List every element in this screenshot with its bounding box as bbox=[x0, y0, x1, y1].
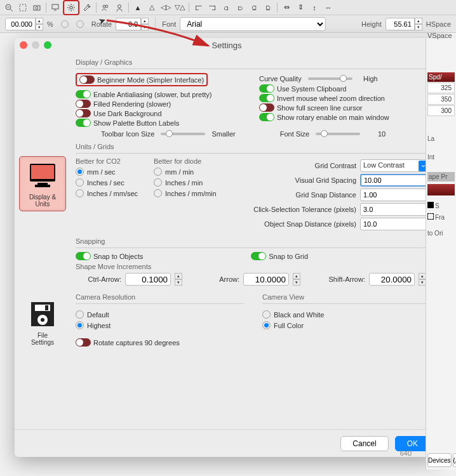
monitor-icon bbox=[25, 160, 60, 192]
mirror-h-icon[interactable]: ◁▷ bbox=[159, 2, 172, 13]
camera-fullcolor-radio[interactable]: Full Color bbox=[262, 321, 430, 329]
shift-arrow-input[interactable] bbox=[369, 273, 415, 286]
rotate-stepper[interactable]: ▴▾ bbox=[116, 18, 149, 30]
inches-sec-radio[interactable]: Inches / sec bbox=[76, 178, 149, 187]
obj-snap-input[interactable] bbox=[360, 218, 430, 230]
inches-mmsec-radio[interactable]: Inches / mm/sec bbox=[76, 189, 149, 197]
val-2: 350 bbox=[427, 94, 455, 105]
gear-icon[interactable] bbox=[65, 2, 77, 13]
snap-dist-input[interactable] bbox=[360, 188, 430, 201]
svg-point-19 bbox=[118, 4, 121, 8]
snap-dist-label: Grid Snap Distance bbox=[296, 191, 356, 199]
auto-button[interactable]: (Auto) bbox=[453, 453, 456, 467]
camera-default-radio[interactable]: Default bbox=[76, 310, 243, 319]
palette-labels-toggle[interactable] bbox=[76, 119, 91, 127]
settings-sidebar: Display & Units File Settings bbox=[15, 52, 70, 429]
flip-v-icon[interactable]: △ bbox=[145, 2, 158, 13]
antialias-toggle[interactable] bbox=[76, 90, 91, 98]
fullscreen-cursor-toggle[interactable] bbox=[259, 103, 274, 112]
invert-wheel-toggle[interactable] bbox=[259, 94, 274, 102]
align-right-icon[interactable]: ⫏ bbox=[220, 2, 232, 13]
dist-h-icon[interactable]: ⇔ bbox=[280, 2, 293, 13]
svg-line-15 bbox=[69, 9, 69, 10]
dialog-title: Settings bbox=[212, 41, 242, 50]
beginner-mode-toggle[interactable] bbox=[79, 76, 95, 84]
camera-bw-radio[interactable]: Black and White bbox=[262, 310, 430, 319]
monitor-icon[interactable] bbox=[49, 2, 62, 13]
rotate-90-toggle[interactable] bbox=[76, 338, 91, 347]
font-size-value: 10 bbox=[366, 130, 386, 138]
align-center-icon[interactable]: ⫎ bbox=[206, 2, 218, 13]
svg-line-1 bbox=[10, 9, 13, 11]
devices-button[interactable]: Devices bbox=[427, 453, 452, 467]
rotary-enable-toggle[interactable] bbox=[259, 113, 274, 121]
ctrl-arrow-input[interactable] bbox=[125, 273, 171, 286]
zoom-out-icon[interactable] bbox=[3, 2, 15, 13]
align-top-icon[interactable]: ⫐ bbox=[234, 2, 246, 13]
svg-rect-21 bbox=[31, 165, 54, 179]
grid-contrast-select[interactable]: Low Contrast bbox=[360, 159, 430, 172]
ok-button[interactable]: OK bbox=[395, 436, 430, 451]
font-size-slider[interactable] bbox=[316, 133, 360, 135]
properties-toolbar: ▴▾ % Rotate ▴▾ Font Arial Height ▴▾ HSpa… bbox=[0, 15, 456, 33]
toolbar-icon-size-label: Toolbar Icon Size bbox=[101, 130, 154, 138]
beginner-mode-highlight: Beginner Mode (Simpler Interface) bbox=[76, 73, 208, 86]
click-tol-input[interactable] bbox=[360, 203, 430, 216]
x-stepper[interactable]: ▴▾ bbox=[5, 18, 43, 30]
close-icon[interactable] bbox=[20, 41, 27, 49]
dimension-label: 640 bbox=[400, 449, 412, 457]
users-icon[interactable] bbox=[99, 2, 112, 13]
click-tol-label: Click-Selection Tolerance (pixels) bbox=[253, 206, 356, 213]
align-left-icon[interactable]: ⫍ bbox=[192, 2, 205, 13]
camera-highest-radio[interactable]: Highest bbox=[76, 321, 243, 329]
height-stepper[interactable]: ▴▾ bbox=[386, 18, 422, 30]
mm-sec-radio[interactable]: mm / sec bbox=[76, 168, 149, 176]
snap-objects-toggle[interactable] bbox=[76, 252, 91, 260]
wrench-icon[interactable] bbox=[81, 2, 93, 13]
flip-h-icon[interactable]: ▲ bbox=[131, 2, 144, 13]
mirror-v-icon[interactable]: ▽△ bbox=[173, 2, 186, 13]
circles-icon[interactable] bbox=[57, 19, 88, 29]
dark-bg-toggle[interactable] bbox=[76, 109, 91, 117]
dist-v-icon[interactable]: ⇕ bbox=[294, 2, 307, 13]
sidebar-item-label: Display & Units bbox=[29, 194, 56, 208]
maximize-icon[interactable] bbox=[44, 41, 51, 49]
arrow-input[interactable] bbox=[243, 273, 289, 286]
sidebar-item-display-units[interactable]: Display & Units bbox=[19, 156, 66, 211]
beginner-mode-label: Beginner Mode (Simpler Interface) bbox=[97, 76, 204, 84]
curve-quality-value: High bbox=[359, 75, 378, 83]
font-label: Font bbox=[162, 20, 176, 28]
settings-dialog: Settings Display & Units File Settings D… bbox=[15, 38, 439, 457]
svg-rect-6 bbox=[52, 4, 58, 9]
sys-clip-toggle[interactable] bbox=[259, 84, 274, 93]
dialog-footer: Cancel OK bbox=[15, 429, 439, 457]
svg-point-18 bbox=[105, 5, 108, 8]
curve-quality-label: Curve Quality bbox=[259, 75, 302, 83]
selection-icon[interactable] bbox=[17, 2, 29, 13]
align-middle-icon[interactable]: ⫑ bbox=[248, 2, 260, 13]
filled-render-toggle[interactable] bbox=[76, 100, 91, 108]
move-v-icon[interactable]: ↕ bbox=[308, 2, 321, 13]
toolbar-icon-slider[interactable] bbox=[161, 133, 205, 135]
grid-spacing-label: Visual Grid Spacing bbox=[295, 176, 356, 184]
svg-point-8 bbox=[70, 6, 72, 8]
height-label: Height bbox=[361, 20, 382, 28]
grid-spacing-input[interactable] bbox=[360, 174, 430, 187]
sidebar-item-file-settings[interactable]: File Settings bbox=[19, 295, 66, 349]
svg-rect-3 bbox=[20, 4, 26, 11]
cancel-button[interactable]: Cancel bbox=[340, 436, 388, 451]
camera-icon[interactable] bbox=[30, 2, 43, 13]
right-docked-panel: VSpace Spd/ 325 350 300 La Int ape Pr S … bbox=[426, 38, 456, 470]
move-h-icon[interactable]: ↔ bbox=[322, 2, 335, 13]
floppy-icon bbox=[25, 298, 60, 330]
section-shape-move: Shape Move Increments bbox=[76, 263, 430, 270]
curve-quality-slider[interactable] bbox=[308, 77, 352, 80]
font-select[interactable]: Arial bbox=[180, 17, 358, 31]
inches-mmmin-radio[interactable]: Inches / mm/min bbox=[154, 189, 227, 197]
mm-min-radio[interactable]: mm / min bbox=[154, 168, 227, 176]
snap-grid-toggle[interactable] bbox=[251, 252, 266, 260]
svg-line-14 bbox=[73, 9, 74, 10]
inches-min-radio[interactable]: Inches / min bbox=[154, 178, 227, 187]
align-bottom-icon[interactable]: ⫒ bbox=[262, 2, 274, 13]
user-icon[interactable] bbox=[113, 2, 126, 13]
